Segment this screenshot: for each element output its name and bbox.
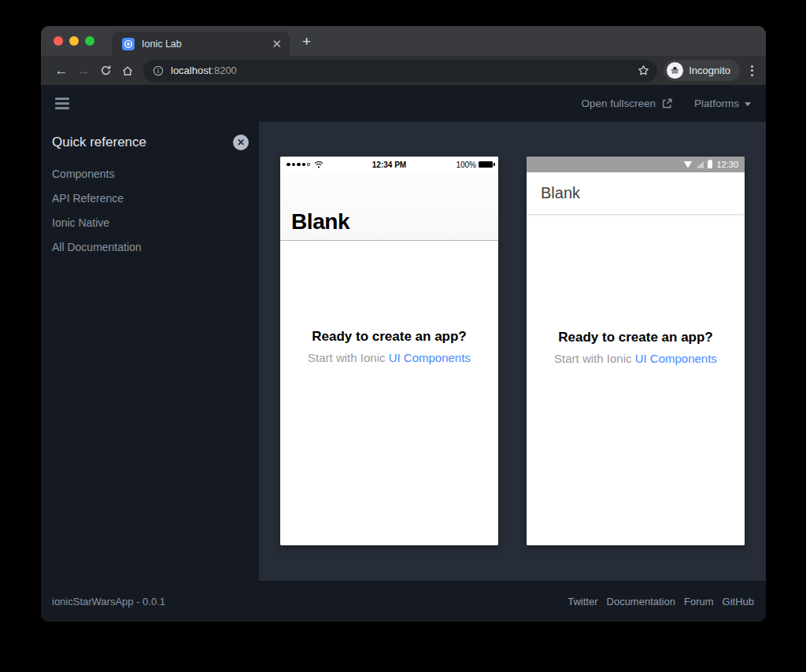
incognito-label: Incognito [689, 65, 730, 76]
ios-subtext: Start with Ionic UI Components [280, 351, 498, 364]
browser-menu-icon[interactable] [746, 62, 758, 79]
browser-window: Ionic Lab ✕ + ← → [41, 26, 766, 622]
menu-icon[interactable] [52, 94, 72, 113]
cell-signal-icon [696, 161, 704, 168]
ios-app-content: Ready to create an app? Start with Ionic… [280, 241, 498, 545]
reload-icon[interactable] [94, 60, 116, 82]
ios-status-time: 12:34 PM [280, 161, 498, 169]
wifi-icon [683, 161, 692, 168]
app-footer: ionicStarWarsApp - 0.0.1 Twitter Documen… [41, 581, 766, 622]
ios-app-title: Blank [291, 209, 349, 234]
footer-link-documentation[interactable]: Documentation [607, 596, 675, 607]
incognito-icon [667, 62, 683, 79]
battery-icon [479, 161, 493, 168]
tab-strip: Ionic Lab ✕ + [41, 26, 766, 56]
chevron-down-icon [745, 102, 751, 106]
android-app-content: Ready to create an app? Start with Ionic… [527, 215, 745, 545]
back-icon[interactable]: ← [50, 60, 72, 82]
footer-link-github[interactable]: GitHub [723, 596, 754, 607]
android-status-time: 12:30 [716, 160, 738, 169]
sidebar-item-all-documentation[interactable]: All Documentation [52, 235, 249, 260]
window-minimize-button[interactable] [69, 36, 79, 46]
footer-link-twitter[interactable]: Twitter [568, 596, 597, 607]
android-app-title: Blank [541, 184, 580, 202]
sidebar-item-ionic-native[interactable]: Ionic Native [52, 211, 249, 235]
window-controls [41, 36, 112, 56]
app-version-label: ionicStarWarsApp - 0.0.1 [52, 596, 165, 607]
external-link-icon [661, 98, 673, 109]
sidebar-close-button[interactable]: ✕ [233, 135, 249, 150]
ios-status-bar: 12:34 PM 100% [280, 157, 498, 172]
sidebar: Quick reference ✕ Components API Referen… [41, 122, 259, 581]
battery-icon [708, 161, 712, 168]
browser-toolbar: ← → localhost:8200 [41, 56, 766, 85]
open-fullscreen-button[interactable]: Open fullscreen [581, 98, 673, 109]
url-text: localhost:8200 [171, 65, 630, 76]
window-close-button[interactable] [54, 36, 63, 46]
device-preview-panel: 12:34 PM 100% Blank Ready to create an a… [259, 122, 766, 581]
android-app-header: Blank [527, 172, 745, 215]
ios-heading: Ready to create an app? [280, 329, 498, 345]
android-heading: Ready to create an app? [527, 330, 745, 345]
android-device-preview: 12:30 Blank Ready to create an app? Star… [527, 157, 745, 545]
sidebar-item-api-reference[interactable]: API Reference [52, 186, 249, 211]
site-info-icon[interactable] [153, 65, 164, 76]
bookmark-star-icon[interactable] [638, 65, 649, 76]
sidebar-item-components[interactable]: Components [52, 162, 249, 186]
sidebar-title: Quick reference [52, 135, 146, 150]
browser-tab[interactable]: Ionic Lab ✕ [112, 31, 290, 56]
footer-link-forum[interactable]: Forum [684, 596, 714, 607]
ios-ui-components-link[interactable]: UI Components [389, 351, 471, 364]
new-tab-button[interactable]: + [290, 33, 311, 56]
android-ui-components-link[interactable]: UI Components [635, 352, 717, 365]
forward-icon[interactable]: → [72, 60, 94, 82]
window-zoom-button[interactable] [85, 36, 94, 46]
ios-app-header: Blank [280, 172, 498, 241]
url-bar[interactable]: localhost:8200 [143, 60, 657, 82]
incognito-badge[interactable]: Incognito [664, 60, 740, 81]
ios-device-preview: 12:34 PM 100% Blank Ready to create an a… [280, 157, 498, 545]
app-bar: Open fullscreen Platforms [41, 85, 766, 122]
home-icon[interactable] [116, 60, 139, 82]
android-status-bar: 12:30 [527, 157, 745, 172]
tab-title: Ionic Lab [142, 39, 264, 50]
tab-close-icon[interactable]: ✕ [272, 38, 282, 50]
android-subtext: Start with Ionic UI Components [527, 352, 745, 365]
platforms-dropdown[interactable]: Platforms [694, 98, 751, 109]
ionic-logo-icon [122, 38, 135, 50]
